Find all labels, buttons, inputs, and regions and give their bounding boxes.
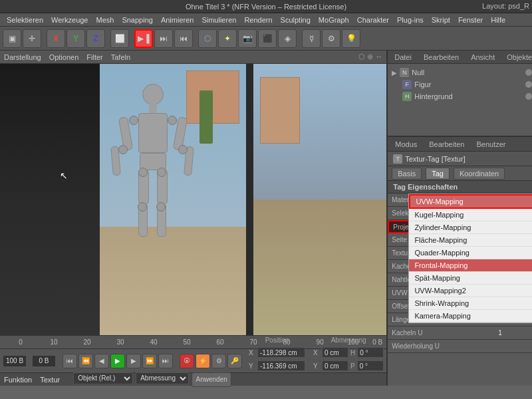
dropdown-kamera-mapping[interactable]: Kamera-Mapping	[409, 310, 532, 323]
menu-mesh[interactable]: Mesh	[92, 16, 118, 24]
transport-record[interactable]: ⦿	[180, 354, 194, 368]
toolbar-anim-btn3[interactable]: ⏮	[174, 29, 193, 48]
dropdown-flaeche-mapping[interactable]: Fläche-Mapping	[409, 234, 532, 247]
hintergrund-name: Hintergrund	[414, 92, 452, 100]
attr-nav-koordinaten[interactable]: Koordinaten	[454, 168, 505, 180]
toolbar-y-axis[interactable]: Y	[66, 29, 85, 48]
menu-hilfe[interactable]: Hilfe	[487, 16, 509, 24]
winkel-p-input[interactable]	[357, 360, 384, 371]
obj-row-null[interactable]: ▶ N Null	[390, 66, 532, 78]
projektion-dropdown[interactable]: UVW-Mapping Kugel-Mapping Zylinder-Mappi…	[408, 194, 532, 323]
abmessung-x-input[interactable]	[322, 347, 348, 358]
transport-to-start[interactable]: ⏮	[63, 354, 77, 368]
menu-animieren[interactable]: Animieren	[157, 16, 198, 24]
abmessung-y-input[interactable]	[322, 360, 348, 371]
object-manager-header: Datei Bearbeiten Ansicht Objekte Tags	[388, 51, 532, 64]
transport-next-frame[interactable]: ▶	[126, 354, 141, 368]
menu-fenster[interactable]: Fenster	[454, 16, 487, 24]
menu-simulieren[interactable]: Simulieren	[198, 16, 240, 24]
toolbar-x-axis[interactable]: X	[47, 29, 65, 48]
frame-counter-end: 0 B	[32, 355, 56, 367]
transport-key-mode[interactable]: 🔑	[227, 354, 242, 368]
toolbar-mat-btn[interactable]: ◈	[278, 29, 297, 48]
obj-tab-datei[interactable]: Datei	[392, 53, 414, 61]
funktion-label: Funktion	[4, 376, 32, 384]
toolbar-ik-btn[interactable]: ⚙	[322, 29, 340, 48]
abmessung-select[interactable]: Abmessung	[136, 372, 189, 384]
abmessung-x-row: X H	[313, 346, 384, 358]
winkel-h-input[interactable]	[357, 347, 384, 358]
attr-nav-tag[interactable]: Tag	[426, 168, 450, 180]
position-y-input[interactable]	[257, 360, 305, 371]
vp-tafeln[interactable]: Tafeln	[111, 53, 130, 61]
transport-play[interactable]: ▶	[110, 354, 125, 368]
toolbar-transform-btn[interactable]: ✛	[23, 29, 41, 48]
vp-darstellung[interactable]: Darstellung	[4, 53, 41, 61]
obj-tab-bearbeiten[interactable]: Bearbeiten	[421, 53, 462, 61]
transport-prev-frame[interactable]: ◀	[94, 354, 109, 368]
transport-settings[interactable]: ⚙	[211, 354, 226, 368]
menu-skript[interactable]: Skript	[428, 16, 454, 24]
transport-next-key[interactable]: ⏩	[142, 354, 157, 368]
menu-plugins[interactable]: Plug-ins	[393, 16, 428, 24]
toolbar-object-btn[interactable]: ⬜	[110, 29, 129, 48]
vp-icons: ⬡ ⊕ ↔	[358, 53, 382, 61]
toolbar-record-btn[interactable]: ▶▐	[134, 29, 153, 48]
attr-kacheln-u-value: 1	[498, 329, 532, 336]
toolbar-cam-btn[interactable]: 📷	[238, 29, 257, 48]
toolbar-mode-btn[interactable]: ▣	[3, 29, 21, 48]
dropdown-uwv-mapping[interactable]: UVW-Mapping	[409, 194, 532, 209]
hintergrund-dot-1[interactable]	[525, 93, 532, 100]
toolbar-z-axis[interactable]: Z	[86, 29, 105, 48]
textur-tag-label: Textur-Tag [Textur]	[405, 155, 465, 163]
menu-werkzeuge[interactable]: Werkzeuge	[47, 16, 92, 24]
toolbar-light-btn[interactable]: ✦	[218, 29, 237, 48]
anwenden-button[interactable]: Anwenden	[192, 372, 231, 387]
attr-tab-bearbeiten[interactable]: Bearbeiten	[426, 139, 467, 150]
figur-dot-1[interactable]	[525, 81, 532, 88]
obj-tab-objekte[interactable]: Objekte	[504, 53, 532, 61]
transport-to-end[interactable]: ⏭	[158, 354, 173, 368]
abmessung-y-label: Y	[313, 362, 320, 370]
menu-rendern[interactable]: Rendern	[240, 16, 276, 24]
attr-nav-basis[interactable]: Basis	[392, 168, 422, 180]
dropdown-zylinder-mapping[interactable]: Zylinder-Mapping	[409, 221, 532, 234]
obj-row-figur[interactable]: F Figur	[390, 78, 532, 90]
toolbar-cube-btn[interactable]: ⬡	[198, 29, 217, 48]
position-x-row: X	[249, 346, 305, 358]
toolbar-scene-btn[interactable]: ⬛	[258, 29, 277, 48]
menu-snapping[interactable]: Snapping	[118, 16, 157, 24]
dropdown-quader-mapping[interactable]: Quader-Mapping	[409, 247, 532, 259]
toolbar-anim-btn2[interactable]: ⏭	[154, 29, 173, 48]
dropdown-shrink-wrapping[interactable]: Shrink-Wrapping	[409, 297, 532, 310]
menu-mograph[interactable]: MoGraph	[315, 16, 353, 24]
figure-right-hip-joint	[157, 168, 166, 177]
obj-row-hintergrund[interactable]: H Hintergrund	[390, 90, 532, 102]
obj-tab-ansicht[interactable]: Ansicht	[468, 53, 497, 61]
viewport-cursor: ↖	[60, 170, 68, 181]
position-x-input[interactable]	[257, 347, 305, 358]
menu-selektieren[interactable]: Selektieren	[3, 16, 47, 24]
vp-optionen[interactable]: Optionen	[49, 53, 79, 61]
toolbar-char-btn[interactable]: ☿	[302, 29, 321, 48]
dropdown-spat-mapping[interactable]: Spät-Mapping	[409, 272, 532, 285]
menu-charakter[interactable]: Charakter	[353, 16, 393, 24]
dropdown-uvw-mapping2[interactable]: UVW-Mapping2	[409, 285, 532, 297]
abmessung-x-label: X	[313, 349, 320, 356]
transport-prev-key[interactable]: ⏪	[78, 354, 93, 368]
object-rel-select[interactable]: Objekt (Rel.)	[73, 372, 133, 384]
attr-tab-modus[interactable]: Modus	[392, 139, 420, 150]
dropdown-kugel-mapping[interactable]: Kugel-Mapping	[409, 209, 532, 221]
toolbar-bulb-btn[interactable]: 💡	[342, 29, 360, 48]
p-label: P	[350, 362, 355, 370]
figure-left-hip-joint	[138, 168, 148, 177]
vp-filter[interactable]: Filter	[86, 53, 102, 61]
bottom-label-bar: Funktion Textur Objekt (Rel.) Abmessung …	[0, 372, 386, 386]
transport-auto-key[interactable]: ⚡	[196, 354, 210, 368]
dropdown-frontal-mapping[interactable]: Frontal-Mapping	[409, 259, 532, 272]
transport-bar: 100 B 0 B ⏮ ⏪ ◀ ▶ ▶ ⏩ ⏭ ⦿ ⚡ ⚙ 🔑	[0, 348, 386, 372]
viewport-canvas[interactable]: ↖	[0, 64, 386, 335]
null-dot-1[interactable]	[525, 69, 532, 76]
menu-sculpting[interactable]: Sculpting	[277, 16, 315, 24]
attr-tab-benutzer[interactable]: Benutzer	[473, 139, 509, 150]
